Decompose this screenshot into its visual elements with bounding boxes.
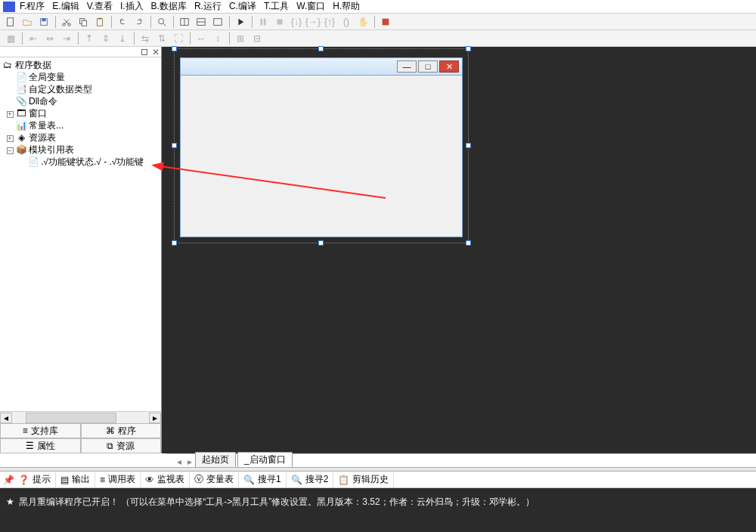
project-icon: 🗂 (2, 60, 14, 70)
expand-icon[interactable]: + (7, 111, 14, 118)
tree-node-dll[interactable]: 📎 Dll命令 (0, 95, 161, 107)
form-titlebar[interactable]: — □ ✕ (180, 57, 463, 76)
svg-rect-14 (214, 18, 222, 25)
menu-insert[interactable]: I.插入 (120, 0, 144, 13)
output-panel[interactable]: ★黑月重编译程序已开启！ （可以在菜单中选择“工具->黑月工具”修改设置。黑月版… (0, 488, 756, 532)
dtab-callstack[interactable]: ≡调用表 (95, 472, 141, 487)
align-middle-icon[interactable]: ⇕ (98, 32, 113, 45)
copy-icon[interactable] (76, 15, 91, 29)
dtab-clip[interactable]: 📋剪辑历史 (333, 472, 394, 487)
undo-icon[interactable] (115, 15, 130, 29)
panel-close-icon[interactable]: ✕ (152, 49, 158, 55)
center-h-icon[interactable]: ⊞ (233, 32, 248, 45)
tab-resource[interactable]: ⧉资源 (81, 438, 162, 453)
scroll-thumb[interactable] (26, 413, 116, 423)
menu-view[interactable]: V.查看 (87, 0, 113, 13)
form-client-area[interactable] (180, 76, 463, 237)
vspace-icon[interactable]: ↕ (210, 32, 225, 45)
resize-handle[interactable] (466, 240, 471, 246)
tab-scroll-left-icon[interactable]: ◂ (174, 456, 184, 467)
dtab-search2[interactable]: 🔍搜寻2 (287, 472, 334, 487)
align-right-icon[interactable]: ⇥ (59, 32, 74, 45)
cut-icon[interactable] (59, 15, 74, 29)
tree-root[interactable]: 🗂 程序数据 (0, 59, 161, 71)
tree-node-globals[interactable]: 📄 全局变量 (0, 71, 161, 83)
tree-node-module-child[interactable]: 📄 .√功能键状态.√ - .√功能键 (0, 156, 161, 168)
align-left-icon[interactable]: ⇤ (26, 32, 41, 45)
pause-icon[interactable] (256, 15, 271, 29)
hand-icon[interactable]: ✋ (355, 15, 370, 29)
find-icon[interactable] (154, 15, 169, 29)
designer-canvas[interactable]: — □ ✕ (162, 47, 756, 453)
save-icon[interactable] (36, 15, 51, 29)
tab-scroll-right-icon[interactable]: ▸ (184, 456, 195, 467)
redo-icon[interactable] (132, 15, 147, 29)
menu-help[interactable]: H.帮助 (333, 0, 360, 13)
same-size-icon[interactable]: ⛶ (171, 32, 186, 45)
resize-handle[interactable] (172, 143, 177, 148)
tab-startup-window[interactable]: _启动窗口 (237, 452, 293, 467)
step-over-icon[interactable]: {→} (305, 15, 321, 29)
menu-edit[interactable]: E.编辑 (52, 0, 79, 13)
grid-icon[interactable]: ▦ (3, 32, 18, 45)
tab-start[interactable]: 起始页 (195, 452, 236, 467)
menu-database[interactable]: B.数据库 (151, 0, 187, 13)
run-icon[interactable] (233, 15, 248, 29)
menu-run[interactable]: R.运行 (194, 0, 222, 13)
panel-pin-icon[interactable] (141, 49, 147, 55)
minimize-icon[interactable]: — (397, 60, 417, 73)
scroll-left-icon[interactable]: ◂ (0, 413, 12, 423)
close-icon[interactable]: ✕ (439, 60, 459, 73)
same-height-icon[interactable]: ⇅ (154, 32, 169, 45)
tree-node-resource[interactable]: + ◈ 资源表 (0, 131, 161, 144)
toolbar-2: ▦ ⇤ ⇔ ⇥ ⤒ ⇕ ⤓ ⇆ ⇅ ⛶ ↔ ↕ ⊞ ⊟ (0, 30, 756, 47)
resize-handle[interactable] (172, 46, 177, 51)
plugin-icon[interactable] (378, 15, 393, 29)
tree-node-modules[interactable]: − 📦 模块引用表 (0, 144, 161, 156)
breakpoint-icon[interactable]: () (339, 15, 354, 29)
stop-icon[interactable] (272, 15, 287, 29)
center-v-icon[interactable]: ⊟ (249, 32, 265, 45)
dtab-watch[interactable]: 👁监视表 (141, 472, 190, 487)
tab-support-lib[interactable]: ≡支持库 (0, 423, 81, 438)
step-into-icon[interactable]: {↓} (289, 15, 304, 29)
resize-handle[interactable] (318, 46, 324, 51)
maximize-icon[interactable]: □ (418, 60, 438, 73)
menu-compile[interactable]: C.编译 (229, 0, 256, 13)
tab-properties[interactable]: ☰属性 (0, 438, 81, 453)
resize-handle[interactable] (318, 240, 324, 246)
dtab-output[interactable]: ▤输出 (56, 472, 95, 487)
align-center-icon[interactable]: ⇔ (42, 32, 57, 45)
tree-node-const[interactable]: 📊 常量表... (0, 119, 161, 131)
open-file-icon[interactable] (20, 15, 35, 29)
dtab-hints[interactable]: ❓提示 (14, 472, 56, 487)
expand-icon[interactable]: + (7, 135, 14, 142)
layout2-icon[interactable] (194, 15, 209, 29)
tree-scrollbar[interactable]: ◂ ▸ (0, 411, 161, 423)
tree-node-types[interactable]: 📑 自定义数据类型 (0, 83, 161, 95)
new-file-icon[interactable] (3, 15, 18, 29)
collapse-icon[interactable]: − (7, 147, 14, 154)
align-top-icon[interactable]: ⤒ (82, 32, 97, 45)
panel-pin-icon[interactable]: 📌 (3, 475, 14, 485)
layout1-icon[interactable] (177, 15, 192, 29)
menu-window[interactable]: W.窗口 (296, 0, 325, 13)
dtab-vars[interactable]: ⓥ变量表 (190, 472, 239, 487)
menu-program[interactable]: F.程序 (20, 0, 45, 13)
tree-node-window[interactable]: + 🗔 窗口 (0, 107, 161, 119)
align-bottom-icon[interactable]: ⤓ (115, 32, 130, 45)
layout3-icon[interactable] (210, 15, 225, 29)
hspace-icon[interactable]: ↔ (194, 32, 209, 45)
menu-tools[interactable]: T.工具 (264, 0, 289, 13)
tab-program[interactable]: ⌘程序 (81, 423, 162, 438)
paste-icon[interactable] (92, 15, 107, 29)
resize-handle[interactable] (466, 46, 471, 51)
design-form[interactable]: — □ ✕ (180, 57, 463, 237)
project-tree[interactable]: 🗂 程序数据 📄 全局变量 📑 自定义数据类型 📎 Dll命令 + 🗔 窗口 (0, 57, 161, 411)
step-out-icon[interactable]: {↑} (322, 15, 337, 29)
resize-handle[interactable] (466, 143, 471, 148)
same-width-icon[interactable]: ⇆ (138, 32, 153, 45)
scroll-right-icon[interactable]: ▸ (149, 413, 161, 423)
resize-handle[interactable] (172, 240, 177, 246)
dtab-search1[interactable]: 🔍搜寻1 (239, 472, 287, 487)
